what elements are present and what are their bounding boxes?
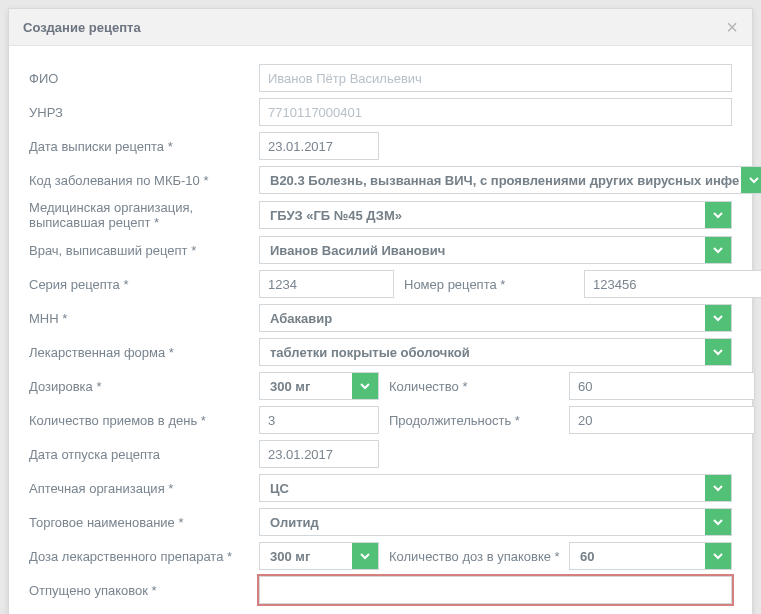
- label-dosage: Дозировка *: [29, 379, 259, 394]
- chevron-down-icon: [705, 543, 731, 569]
- drug-dose-value: 300 мг: [268, 549, 352, 564]
- close-icon[interactable]: ×: [726, 17, 738, 37]
- label-doses-per-pack: Количество доз в упаковке *: [389, 549, 559, 564]
- label-qty: Количество *: [389, 379, 559, 394]
- label-mkb: Код заболевания по МКБ-10 *: [29, 173, 259, 188]
- label-doctor: Врач, выписавший рецепт *: [29, 243, 259, 258]
- modal-title: Создание рецепта: [23, 20, 141, 35]
- dosage-value: 300 мг: [268, 379, 352, 394]
- mnn-value: Абакавир: [268, 311, 705, 326]
- modal-header: Создание рецепта ×: [9, 9, 752, 46]
- chevron-down-icon: [705, 339, 731, 365]
- per-day-input[interactable]: [259, 406, 379, 434]
- label-unrz: УНРЗ: [29, 105, 259, 120]
- doctor-select[interactable]: Иванов Василий Иванович: [259, 236, 732, 264]
- unrz-input[interactable]: [259, 98, 732, 126]
- org-select[interactable]: ГБУЗ «ГБ №45 ДЗМ»: [259, 201, 732, 229]
- modal-body: ФИО УНРЗ Дата выписки рецепта * Код забо…: [9, 46, 752, 614]
- doses-per-pack-value: 60: [578, 549, 705, 564]
- form-select[interactable]: таблетки покрытые оболочкой: [259, 338, 732, 366]
- org-value: ГБУЗ «ГБ №45 ДЗМ»: [268, 208, 705, 223]
- label-series: Серия рецепта *: [29, 277, 259, 292]
- label-org: Медицинская организация, выписавшая реце…: [29, 200, 259, 230]
- chevron-down-icon: [352, 373, 378, 399]
- chevron-down-icon: [705, 509, 731, 535]
- modal-create-recipe: Создание рецепта × ФИО УНРЗ Дата выписки…: [8, 8, 753, 614]
- label-fio: ФИО: [29, 71, 259, 86]
- label-number: Номер рецепта *: [404, 277, 574, 292]
- duration-input[interactable]: [569, 406, 755, 434]
- label-duration: Продолжительность *: [389, 413, 559, 428]
- number-input[interactable]: [584, 270, 761, 298]
- mkb-select[interactable]: B20.3 Болезнь, вызванная ВИЧ, с проявлен…: [259, 166, 761, 194]
- chevron-down-icon: [741, 167, 761, 193]
- packs-dispensed-input[interactable]: [259, 576, 732, 604]
- label-mnn: МНН *: [29, 311, 259, 326]
- date-release-input[interactable]: [259, 440, 379, 468]
- chevron-down-icon: [705, 475, 731, 501]
- qty-input[interactable]: [569, 372, 755, 400]
- chevron-down-icon: [705, 305, 731, 331]
- label-per-day: Количество приемов в день *: [29, 413, 259, 428]
- date-issue-input[interactable]: [259, 132, 379, 160]
- form-value: таблетки покрытые оболочкой: [268, 345, 705, 360]
- mkb-value: B20.3 Болезнь, вызванная ВИЧ, с проявлен…: [268, 173, 741, 188]
- dosage-select[interactable]: 300 мг: [259, 372, 379, 400]
- pharmacy-select[interactable]: ЦС: [259, 474, 732, 502]
- label-packs-dispensed: Отпущено упаковок *: [29, 583, 259, 598]
- pharmacy-value: ЦС: [268, 481, 705, 496]
- series-input[interactable]: [259, 270, 394, 298]
- drug-dose-select[interactable]: 300 мг: [259, 542, 379, 570]
- label-form: Лекарственная форма *: [29, 345, 259, 360]
- label-date-issue: Дата выписки рецепта *: [29, 139, 259, 154]
- trade-name-value: Олитид: [268, 515, 705, 530]
- label-pharmacy: Аптечная организация *: [29, 481, 259, 496]
- mnn-select[interactable]: Абакавир: [259, 304, 732, 332]
- chevron-down-icon: [705, 237, 731, 263]
- trade-name-select[interactable]: Олитид: [259, 508, 732, 536]
- doses-per-pack-select[interactable]: 60: [569, 542, 732, 570]
- label-date-release: Дата отпуска рецепта: [29, 447, 259, 462]
- label-trade-name: Торговое наименование *: [29, 515, 259, 530]
- label-drug-dose: Доза лекарственного препарата *: [29, 549, 259, 564]
- chevron-down-icon: [352, 543, 378, 569]
- fio-input[interactable]: [259, 64, 732, 92]
- chevron-down-icon: [705, 202, 731, 228]
- doctor-value: Иванов Василий Иванович: [268, 243, 705, 258]
